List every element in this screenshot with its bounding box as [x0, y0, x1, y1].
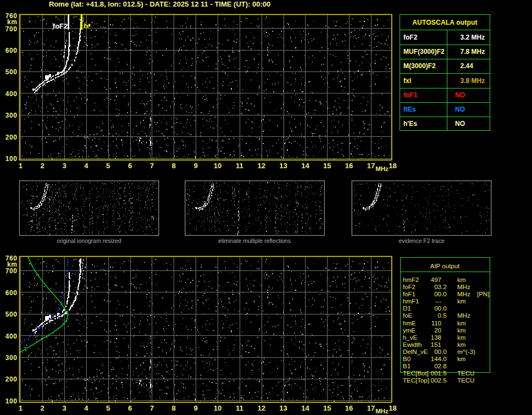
svg-text:1: 1	[19, 404, 23, 412]
svg-text:3: 3	[62, 404, 66, 412]
svg-text:17: 17	[367, 162, 375, 170]
svg-text:17: 17	[367, 404, 375, 412]
svg-text:16: 16	[345, 404, 353, 412]
svg-text:600: 600	[5, 47, 18, 54]
svg-text:10: 10	[214, 162, 221, 170]
svg-text:8: 8	[172, 404, 176, 412]
svg-text:400: 400	[5, 90, 18, 98]
svg-text:5: 5	[106, 404, 110, 412]
svg-text:13: 13	[279, 162, 287, 170]
svg-text:6: 6	[128, 162, 132, 170]
svg-text:200: 200	[5, 134, 18, 141]
svg-text:7: 7	[150, 162, 154, 170]
svg-text:2: 2	[41, 404, 45, 412]
svg-text:MHz: MHz	[375, 408, 389, 414]
svg-text:100: 100	[5, 397, 18, 405]
svg-text:4: 4	[84, 404, 88, 412]
svg-text:2: 2	[41, 162, 45, 170]
svg-text:12: 12	[257, 404, 265, 412]
svg-text:15: 15	[323, 162, 331, 170]
svg-text:100: 100	[5, 155, 18, 163]
svg-text:14: 14	[301, 162, 309, 170]
svg-text:700: 700	[5, 25, 18, 33]
svg-text:3: 3	[62, 162, 66, 170]
svg-text:11: 11	[236, 404, 243, 412]
svg-text:300: 300	[5, 354, 18, 362]
svg-text:500: 500	[5, 68, 18, 76]
svg-text:16: 16	[345, 162, 353, 170]
svg-text:1: 1	[19, 162, 23, 170]
svg-text:500: 500	[5, 311, 18, 318]
svg-text:12: 12	[257, 162, 265, 170]
svg-text:5: 5	[106, 162, 110, 170]
svg-text:18: 18	[389, 404, 396, 412]
svg-text:15: 15	[323, 404, 331, 412]
svg-text:14: 14	[301, 404, 309, 412]
svg-text:200: 200	[5, 375, 18, 383]
svg-text:700: 700	[5, 267, 18, 275]
svg-text:10: 10	[214, 404, 221, 412]
svg-text:11: 11	[236, 162, 243, 170]
svg-text:8: 8	[172, 162, 176, 170]
svg-text:MHz: MHz	[375, 165, 389, 172]
svg-text:4: 4	[84, 162, 88, 170]
svg-text:400: 400	[5, 333, 18, 340]
svg-text:600: 600	[5, 289, 18, 297]
svg-text:6: 6	[128, 404, 132, 412]
svg-text:fx: fx	[84, 23, 89, 29]
svg-text:9: 9	[193, 404, 197, 412]
svg-text:18: 18	[389, 162, 396, 170]
svg-text:300: 300	[5, 112, 18, 119]
svg-text:9: 9	[193, 162, 197, 170]
svg-text:foF2: foF2	[53, 22, 68, 30]
svg-text:13: 13	[279, 404, 287, 412]
svg-text:7: 7	[150, 404, 154, 412]
